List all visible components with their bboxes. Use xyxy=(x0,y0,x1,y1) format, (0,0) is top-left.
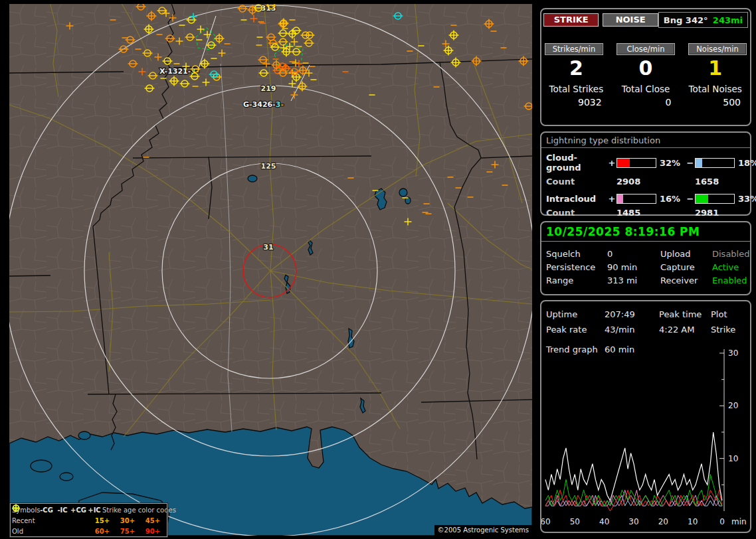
squelch-value: 0 xyxy=(607,249,660,259)
trend-x-tick-label: 10 xyxy=(688,517,698,526)
datetime-display: 10/25/2025 8:19:16 PM xyxy=(541,222,750,242)
uptime-label: Uptime xyxy=(546,309,605,319)
distribution-title: Lightning type distribution xyxy=(541,133,750,148)
intracloud-label: Intracloud xyxy=(546,194,607,204)
counters-panel: STRIKE NOISE Bng 342° 243mi Strikes/min … xyxy=(540,8,751,126)
ring-label: 125 xyxy=(261,162,276,171)
noises-per-min-value: 1 xyxy=(680,57,750,80)
trend-x-tick-label: 30 xyxy=(628,517,638,526)
cloud-ground-label: Cloud-ground xyxy=(546,153,607,173)
persistence-label: Persistence xyxy=(546,262,607,272)
cg-plus-count: 2908 xyxy=(616,177,686,187)
ring-label: 219 xyxy=(261,84,276,93)
trend-x-tick-label: 40 xyxy=(599,517,609,526)
range-value: 313 mi xyxy=(607,275,660,285)
count-label: Count xyxy=(546,177,607,187)
plot-label: Plot xyxy=(711,309,745,319)
copyright-text: ©2005 Astrogenic Systems xyxy=(434,525,532,536)
legend-col-cg-minus: -CG xyxy=(39,505,54,515)
trend-series-Total xyxy=(545,432,722,501)
close-per-min-value: 0 xyxy=(611,57,681,80)
trend-x-axis-unit: min xyxy=(731,517,747,526)
strikes-per-min-header[interactable]: Strikes/min xyxy=(545,43,603,55)
legend-col-ic-plus: +IC xyxy=(86,505,102,515)
trend-y-tick-label: 10 xyxy=(728,454,738,463)
trend-x-tick-label: 20 xyxy=(658,517,668,526)
trend-x-tick-label: 0 xyxy=(719,517,725,526)
ic-plus-count: 1485 xyxy=(616,208,686,218)
ic-minus-count: 2981 xyxy=(695,208,747,218)
plus-sign: + xyxy=(607,194,616,204)
noise-indicator-button[interactable]: NOISE xyxy=(603,13,658,27)
age-code-30: 30+ xyxy=(115,516,140,526)
count-label: Count xyxy=(546,208,607,218)
total-close-label: Total Close xyxy=(611,84,681,94)
age-code-75: 75+ xyxy=(115,526,140,536)
capture-label: Capture xyxy=(660,262,712,272)
ic-plus-pct: 16% xyxy=(656,194,686,204)
strike-indicator-button[interactable]: STRIKE xyxy=(543,13,599,27)
ic-minus-bar xyxy=(695,194,735,204)
trend-x-tick-label: 60 xyxy=(541,517,551,526)
ring-label: 31 xyxy=(263,243,273,252)
cg-plus-bar xyxy=(616,158,656,168)
total-strikes-label: Total Strikes xyxy=(541,84,611,94)
minus-sign: − xyxy=(686,194,695,204)
strikes-per-min-value: 2 xyxy=(541,57,611,80)
peak-rate-value: 43/min xyxy=(605,325,659,335)
uptime-value: 207:49 xyxy=(605,309,659,319)
plus-sign: + xyxy=(607,158,616,168)
receiver-status: Enabled xyxy=(712,275,747,285)
stats-trend-panel: Uptime 207:49 Peak time Plot Peak rate 4… xyxy=(540,300,751,533)
legend-col-ic-minus: -IC xyxy=(54,505,70,515)
trend-y-tick-label: 20 xyxy=(728,401,738,410)
squelch-label: Squelch xyxy=(546,249,607,259)
lightning-distribution-panel: Lightning type distribution Cloud-ground… xyxy=(540,131,751,216)
cg-minus-pct: 18% xyxy=(735,158,756,168)
legend-recent-label: Recent xyxy=(12,516,39,526)
minus-sign: − xyxy=(686,158,695,168)
age-code-90: 90+ xyxy=(140,526,165,536)
total-noises-value: 500 xyxy=(680,97,750,108)
plot-mode-value: Strike xyxy=(711,325,745,335)
total-noises-label: Total Noises xyxy=(680,84,750,94)
cg-minus-bar xyxy=(695,158,735,168)
datetime-status-panel: 10/25/2025 8:19:16 PM Squelch 0 Upload D… xyxy=(540,221,751,295)
storm-cell-label: G-3426-3- xyxy=(243,100,284,109)
legend-age-header: Strike age color codes xyxy=(102,505,176,515)
app-window: 31321912531 X-1321-3-G-3426-3- Symbols -… xyxy=(0,0,756,539)
persistence-value: 90 min xyxy=(607,262,660,272)
ic-plus-bar xyxy=(616,194,656,204)
map-legend: Symbols -CG -IC +CG +IC Strike age color… xyxy=(10,503,167,537)
peak-rate-label: Peak rate xyxy=(546,325,605,335)
age-code-45: 45+ xyxy=(140,516,165,526)
capture-status: Active xyxy=(712,262,745,272)
bearing-value: Bng 342° xyxy=(664,15,708,25)
close-per-min-header[interactable]: Close/min xyxy=(616,43,675,55)
age-code-15: 15+ xyxy=(90,516,115,526)
legend-col-cg-plus: +CG xyxy=(70,505,86,515)
peak-time-value: 4:22 AM xyxy=(659,325,711,335)
total-close-value: 0 xyxy=(611,97,681,108)
trend-graph: 1020306050403020100min xyxy=(541,340,753,532)
ic-minus-pct: 33% xyxy=(735,194,756,204)
age-code-60: 60+ xyxy=(90,526,115,536)
peak-time-label: Peak time xyxy=(659,309,711,319)
trend-x-tick-label: 50 xyxy=(570,517,580,526)
cg-plus-pct: 32% xyxy=(656,158,686,168)
noises-per-min-header[interactable]: Noises/min xyxy=(688,43,747,55)
bearing-distance: 243mi xyxy=(713,15,743,25)
cg-minus-count: 1658 xyxy=(695,177,747,187)
map-canvas: 31321912531 X-1321-3-G-3426-3- xyxy=(9,4,532,536)
trend-y-tick-label: 30 xyxy=(728,348,738,358)
range-label: Range xyxy=(546,275,607,285)
upload-label: Upload xyxy=(660,249,712,259)
lightning-map[interactable]: 31321912531 X-1321-3-G-3426-3- Symbols -… xyxy=(9,4,532,536)
bearing-readout: Bng 342° 243mi xyxy=(658,12,748,28)
receiver-label: Receiver xyxy=(660,275,712,285)
upload-status: Disabled xyxy=(712,249,749,259)
legend-old-label: Old xyxy=(12,526,39,536)
total-strikes-value: 9032 xyxy=(541,97,611,108)
trend-series-+IC xyxy=(545,490,722,506)
